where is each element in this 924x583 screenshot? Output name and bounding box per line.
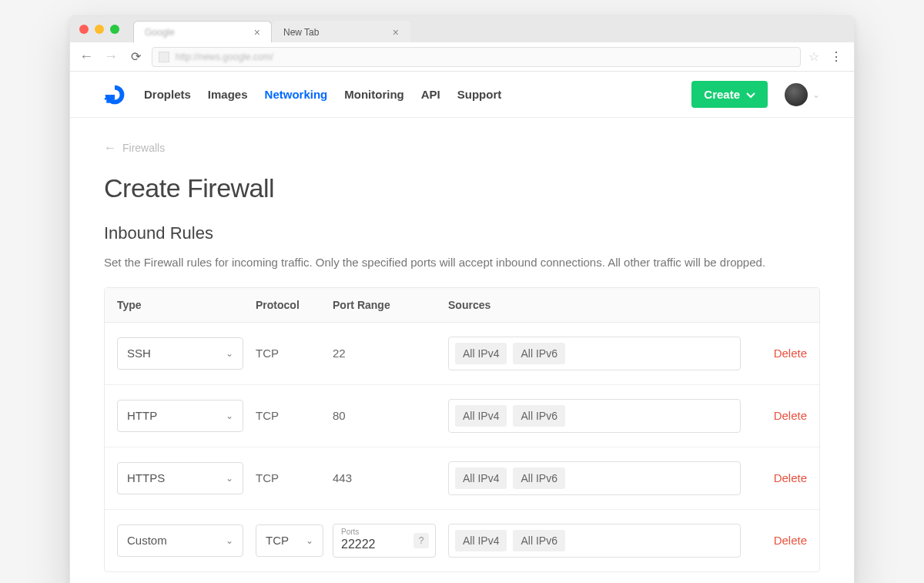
app-header: DropletsImagesNetworkingMonitoringAPISup… [70, 72, 854, 118]
close-icon[interactable]: × [390, 26, 402, 39]
delete-rule-link[interactable]: Delete [753, 347, 807, 360]
close-icon[interactable]: × [251, 26, 263, 39]
url-input[interactable]: http://news.google.com/ [152, 47, 801, 67]
table-row: HTTP⌄TCP80All IPv4All IPv6Delete [105, 385, 819, 447]
source-tag[interactable]: All IPv6 [513, 530, 564, 551]
source-tag[interactable]: All IPv6 [513, 467, 564, 489]
user-menu[interactable]: ⌄ [785, 83, 820, 106]
source-tag[interactable]: All IPv4 [455, 343, 507, 364]
chevron-down-icon: ⌄ [226, 348, 233, 359]
page-icon [159, 52, 169, 62]
table-row: Custom⌄TCP⌄Ports22222?All IPv4All IPv6De… [105, 510, 819, 571]
protocol-value: TCP [256, 347, 333, 360]
main-nav: DropletsImagesNetworkingMonitoringAPISup… [144, 88, 691, 101]
browser-tab[interactable]: New Tab× [272, 21, 410, 42]
source-tag[interactable]: All IPv4 [455, 405, 507, 427]
sources-input[interactable]: All IPv4All IPv6 [448, 461, 741, 495]
nav-link-images[interactable]: Images [208, 88, 248, 101]
breadcrumb-label: Firewalls [122, 142, 165, 154]
sources-input[interactable]: All IPv4All IPv6 [448, 524, 741, 558]
forward-button[interactable]: → [102, 49, 119, 65]
rule-type-select[interactable]: HTTP⌄ [117, 400, 243, 432]
url-text: http://news.google.com/ [176, 52, 273, 62]
delete-rule-link[interactable]: Delete [753, 534, 807, 547]
table-header-row: Type Protocol Port Range Sources [105, 288, 819, 323]
select-value: Custom [127, 534, 167, 547]
back-button[interactable]: ← [78, 49, 95, 65]
delete-rule-link[interactable]: Delete [753, 471, 807, 484]
arrow-left-icon: ← [104, 141, 116, 155]
browser-window: Google×New Tab× ← → ⟳ http://news.google… [69, 15, 855, 583]
window-controls [79, 25, 119, 34]
browser-address-bar: ← → ⟳ http://news.google.com/ ☆ ⋮ [70, 42, 854, 72]
col-header-port: Port Range [333, 299, 448, 311]
protocol-select[interactable]: TCP⌄ [256, 524, 323, 557]
svg-rect-0 [109, 95, 115, 100]
port-input-value: 22222 [341, 538, 376, 551]
sources-input[interactable]: All IPv4All IPv6 [448, 337, 741, 370]
nav-link-droplets[interactable]: Droplets [144, 88, 191, 101]
nav-link-support[interactable]: Support [457, 88, 502, 101]
inbound-rules-table: Type Protocol Port Range Sources SSH⌄TCP… [104, 287, 820, 572]
col-header-protocol: Protocol [256, 299, 333, 311]
protocol-value: TCP [256, 471, 333, 484]
chevron-down-icon: ⌄ [226, 410, 233, 421]
select-value: HTTP [127, 409, 157, 422]
page-content: ← Firewalls Create Firewall Inbound Rule… [70, 118, 854, 583]
tab-title: New Tab [283, 27, 319, 38]
table-row: SSH⌄TCP22All IPv4All IPv6Delete [105, 323, 819, 385]
section-description: Set the Firewall rules for incoming traf… [104, 254, 820, 272]
source-tag[interactable]: All IPv6 [513, 343, 564, 364]
chevron-down-icon: ⌄ [226, 535, 233, 546]
source-tag[interactable]: All IPv4 [455, 530, 507, 551]
avatar [785, 83, 808, 106]
chevron-down-icon: ⌄ [306, 535, 313, 546]
delete-rule-link[interactable]: Delete [753, 409, 807, 422]
chevron-down-icon [746, 88, 755, 101]
logo-icon [104, 84, 126, 106]
reload-button[interactable]: ⟳ [127, 49, 144, 64]
svg-rect-1 [106, 99, 109, 102]
page-title: Create Firewall [104, 173, 820, 203]
port-input-label: Ports [341, 528, 359, 536]
help-icon[interactable]: ? [413, 533, 429, 548]
nav-link-networking[interactable]: Networking [265, 88, 328, 101]
select-value: SSH [127, 347, 151, 360]
rule-type-select[interactable]: Custom⌄ [117, 524, 243, 557]
close-window-button[interactable] [79, 25, 89, 34]
port-range-value: 443 [333, 471, 448, 484]
chevron-down-icon: ⌄ [812, 89, 820, 100]
nav-link-monitoring[interactable]: Monitoring [344, 88, 403, 101]
port-range-input[interactable]: Ports22222? [333, 524, 436, 558]
source-tag[interactable]: All IPv4 [455, 467, 507, 489]
browser-tab[interactable]: Google× [133, 21, 272, 42]
breadcrumb[interactable]: ← Firewalls [104, 141, 820, 155]
create-button[interactable]: Create [691, 81, 768, 108]
maximize-window-button[interactable] [110, 25, 119, 34]
create-button-label: Create [704, 88, 740, 101]
browser-tab-bar: Google×New Tab× [70, 16, 854, 42]
section-title: Inbound Rules [104, 223, 820, 243]
minimize-window-button[interactable] [95, 25, 104, 34]
port-range-value: 80 [333, 409, 448, 422]
sources-input[interactable]: All IPv4All IPv6 [448, 399, 741, 433]
svg-rect-2 [105, 98, 106, 99]
select-value: HTTPS [127, 471, 165, 484]
table-row: HTTPS⌄TCP443All IPv4All IPv6Delete [105, 447, 819, 510]
browser-menu-icon[interactable]: ⋮ [827, 49, 846, 64]
bookmark-icon[interactable]: ☆ [808, 49, 819, 64]
col-header-type: Type [117, 299, 256, 311]
rule-type-select[interactable]: HTTPS⌄ [117, 462, 243, 494]
select-value: TCP [266, 534, 289, 547]
rule-type-select[interactable]: SSH⌄ [117, 337, 243, 370]
tab-title: Google [145, 27, 175, 38]
protocol-value: TCP [256, 409, 333, 422]
port-range-value: 22 [333, 347, 448, 360]
nav-link-api[interactable]: API [421, 88, 440, 101]
source-tag[interactable]: All IPv6 [513, 405, 564, 427]
chevron-down-icon: ⌄ [226, 473, 233, 484]
col-header-sources: Sources [448, 299, 753, 311]
